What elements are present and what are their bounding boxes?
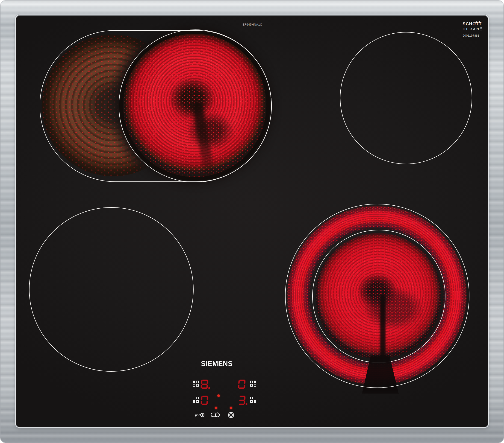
display-rear-right[interactable]: [238, 379, 256, 389]
indicator-square: [196, 381, 199, 383]
zone-indicator-grid-rear-right: [250, 381, 256, 387]
indicator-square: [250, 400, 253, 403]
roaster-zone-button[interactable]: [211, 412, 220, 417]
indicator-square-active: [254, 381, 256, 383]
dual-circuit-button[interactable]: [228, 412, 234, 418]
indicator-square: [196, 397, 199, 399]
roaster-zone-icon: [211, 412, 220, 417]
indicator-square: [254, 384, 256, 387]
registered-mark: ®: [480, 27, 482, 30]
indicator-square-active: [193, 381, 195, 383]
power-level-display-rear-left: [200, 380, 208, 389]
power-level-display-front-right: [238, 396, 245, 405]
indicator-square: [250, 384, 253, 387]
indicator-square: [196, 384, 199, 387]
indicator-square: [250, 381, 253, 383]
brand-logo: SIEMENS: [201, 360, 245, 368]
display-front-left[interactable]: [193, 395, 211, 406]
model-number: EF645HNA1C: [234, 23, 271, 26]
display-rear-left[interactable]: [193, 379, 211, 389]
zone-indicator-grid-front-left: [193, 397, 199, 403]
zone-indicator-grid-front-right: [250, 397, 256, 403]
indicator-square: [250, 397, 253, 399]
indicator-square: [196, 400, 199, 403]
indicator-square-active: [193, 400, 195, 403]
dual-circuit-indicator-dot: [230, 407, 232, 409]
zone-rear-left-outline: [119, 30, 272, 182]
ceran-text: CERAN: [463, 27, 480, 31]
ceran-wordmark: CERAN®: [463, 27, 482, 31]
zone-front-left-outline: [29, 207, 194, 372]
display-front-right[interactable]: [238, 395, 256, 406]
dual-circuit-icon: [228, 412, 234, 418]
indicator-square: [193, 384, 195, 387]
indicator-square: [254, 397, 256, 399]
power-level-display-rear-right: [238, 380, 245, 389]
zone-front-right-outer-outline: [285, 204, 469, 388]
key-icon: [194, 412, 205, 418]
indicator-square: [193, 397, 195, 399]
zone-indicator-grid-rear-left: [193, 381, 199, 387]
zone-rear-right-outline: [340, 32, 472, 164]
child-lock-button[interactable]: [194, 412, 205, 418]
roaster-zone-indicator-dot: [215, 407, 217, 409]
indicator-square-active: [254, 400, 256, 403]
schott-wordmark: SCHOTT: [463, 22, 482, 26]
schott-ceran-logo: SCHOTT CERAN® 9001197881: [463, 22, 482, 37]
cooktop: EF645HNA1C SCHOTT CERAN® 9001197881 SIEM…: [0, 0, 504, 443]
power-indicator-dot: [217, 394, 220, 397]
serial-number: 9001197881: [463, 34, 482, 37]
power-level-display-front-left: [200, 396, 208, 405]
